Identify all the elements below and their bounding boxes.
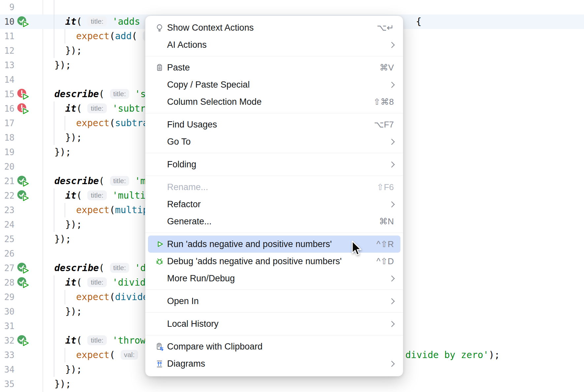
- code-text-after-menu: {: [416, 14, 422, 29]
- menu-separator: [145, 233, 403, 233]
- line-number: 10: [0, 14, 15, 29]
- indent-guide: [54, 130, 54, 145]
- menu-item-find-usages[interactable]: Find Usages⌥F7: [145, 116, 403, 133]
- line-number: 19: [0, 145, 15, 159]
- code-token: (: [99, 263, 110, 273]
- menu-item-run-adds-negative-and-positive-numbers[interactable]: Run 'adds negative and positive numbers'…: [148, 236, 400, 253]
- run-test-gutter-icon[interactable]: [17, 335, 31, 347]
- menu-item-show-context-actions[interactable]: Show Context Actions⌥↵: [145, 19, 403, 36]
- code-token: it: [65, 190, 76, 201]
- menu-item-go-to[interactable]: Go To: [145, 133, 403, 150]
- code-token: });: [65, 306, 82, 317]
- indent-guide: [54, 304, 54, 319]
- code-token: 'adds n: [107, 16, 151, 27]
- menu-item-column-selection-mode[interactable]: Column Selection Mode⇧⌘8: [145, 93, 403, 110]
- line-number: 17: [0, 116, 15, 130]
- line-number: 12: [0, 43, 15, 58]
- menu-item-diagrams[interactable]: Diagrams: [145, 355, 403, 372]
- menu-item-generate[interactable]: Generate...⌘N: [145, 213, 403, 230]
- chevron-right-icon: [389, 361, 394, 367]
- menu-item-open-in[interactable]: Open In: [145, 293, 403, 310]
- test-passed-icon[interactable]: [17, 176, 31, 187]
- code-token: it: [65, 16, 76, 27]
- test-passed-icon[interactable]: [17, 335, 31, 347]
- code-token: });: [65, 45, 82, 56]
- line-number: 34: [0, 362, 15, 377]
- test-failed-icon[interactable]: [17, 103, 31, 115]
- line-number: 9: [0, 0, 15, 14]
- indent-guide: [65, 203, 65, 217]
- icon-spacer: [155, 137, 164, 147]
- code-token: });: [65, 364, 82, 375]
- test-failed-icon[interactable]: [17, 89, 31, 100]
- code-token: });: [65, 219, 82, 230]
- line-number: 31: [0, 319, 15, 333]
- code-token: );: [489, 350, 500, 360]
- test-passed-icon[interactable]: [17, 277, 31, 289]
- menu-item-local-history[interactable]: Local History: [145, 315, 403, 332]
- menu-item-label: Column Selection Mode: [167, 97, 367, 107]
- menu-item-shortcut: ⌥↵: [377, 23, 394, 33]
- code-token: (: [109, 292, 115, 302]
- code-token: (: [109, 31, 115, 42]
- code-token: (: [76, 16, 88, 27]
- code-text: expect(divide: [76, 290, 148, 304]
- line-number: 22: [0, 188, 15, 203]
- menu-item-label: Debug 'adds negative and positive number…: [167, 256, 370, 266]
- failed-test-gutter-icon[interactable]: [17, 103, 31, 115]
- indent-guide: [54, 362, 54, 377]
- menu-item-label: Generate...: [167, 216, 372, 227]
- inlay-parameter-hint: title:: [87, 16, 107, 26]
- menu-separator: [145, 290, 403, 290]
- run-test-gutter-icon[interactable]: [17, 176, 31, 187]
- menu-item-paste[interactable]: Paste⌘V: [145, 59, 403, 76]
- code-line-35[interactable]: 35});: [0, 377, 584, 391]
- code-token: it: [65, 277, 76, 288]
- line-number: 18: [0, 130, 15, 145]
- indent-guide: [54, 101, 54, 116]
- run-test-gutter-icon[interactable]: [17, 16, 31, 28]
- inlay-parameter-hint: title:: [87, 103, 107, 113]
- menu-item-label: Refactor: [167, 199, 383, 210]
- code-token: (: [99, 89, 110, 99]
- menu-item-folding[interactable]: Folding: [145, 156, 403, 173]
- menu-item-copy-paste-special[interactable]: Copy / Paste Special: [145, 76, 403, 93]
- menu-item-label: Rename...: [167, 182, 370, 192]
- failed-test-gutter-icon[interactable]: [17, 89, 31, 100]
- menu-item-label: Compare with Clipboard: [167, 342, 394, 352]
- code-text: expect( val: (): [76, 348, 155, 362]
- menu-item-label: Open In: [167, 296, 383, 306]
- menu-item-compare-with-clipboard[interactable]: Compare with Clipboard: [145, 338, 403, 355]
- line-number: 23: [0, 203, 15, 217]
- menu-item-ai-actions[interactable]: AI Actions: [145, 36, 403, 53]
- chevron-right-icon: [389, 275, 394, 281]
- indent-guide: [54, 29, 54, 43]
- code-token: expect: [76, 31, 109, 42]
- indent-guide: [65, 290, 65, 304]
- code-token: add: [115, 31, 132, 42]
- code-token: (: [109, 205, 115, 215]
- menu-item-refactor[interactable]: Refactor: [145, 196, 403, 213]
- test-passed-icon[interactable]: [17, 16, 31, 28]
- code-line-9[interactable]: 9: [0, 0, 584, 14]
- menu-item-label: Copy / Paste Special: [167, 80, 383, 90]
- code-token: expect: [76, 118, 109, 128]
- menu-separator: [145, 113, 403, 113]
- run-test-gutter-icon[interactable]: [17, 190, 31, 202]
- test-passed-icon[interactable]: [17, 190, 31, 202]
- code-token: (: [76, 335, 88, 346]
- run-test-gutter-icon[interactable]: [17, 263, 31, 274]
- code-token: });: [65, 132, 82, 143]
- code-text: });: [54, 145, 71, 159]
- menu-item-more-run-debug[interactable]: More Run/Debug: [145, 270, 403, 287]
- code-token: expect: [76, 292, 109, 302]
- test-passed-icon[interactable]: [17, 263, 31, 274]
- line-number: 20: [0, 159, 15, 174]
- menu-item-debug-adds-negative-and-positive-numbers[interactable]: Debug 'adds negative and positive number…: [145, 253, 403, 270]
- code-token: (: [99, 176, 110, 186]
- indent-guide: [54, 275, 54, 290]
- line-number: 27: [0, 261, 15, 275]
- run-test-gutter-icon[interactable]: [17, 277, 31, 289]
- code-token: 'divide: [107, 277, 151, 288]
- run-icon: [155, 239, 164, 249]
